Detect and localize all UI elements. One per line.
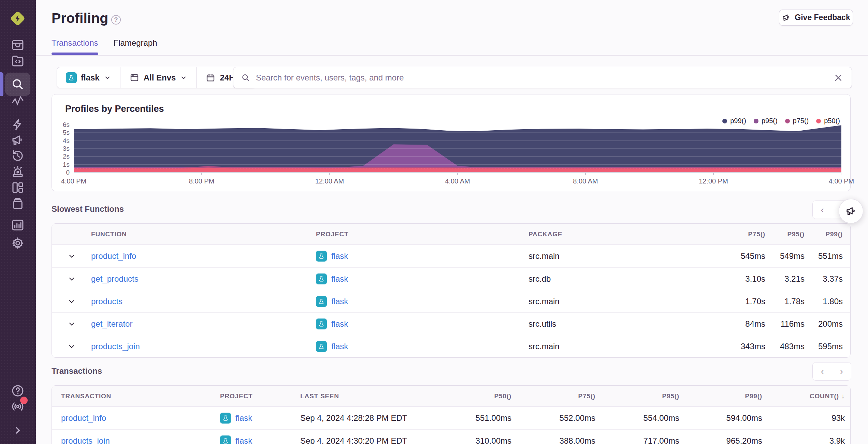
search-input[interactable] xyxy=(256,73,827,83)
column-header-p95[interactable]: P95() xyxy=(765,231,805,238)
project-link[interactable]: flask xyxy=(235,413,252,423)
clear-search-icon[interactable] xyxy=(833,72,844,84)
calendar-icon xyxy=(205,73,216,83)
transactions-pager: ‹ › xyxy=(812,362,851,381)
tab-flamegraph[interactable]: Flamegraph xyxy=(114,38,157,54)
project-link[interactable]: flask xyxy=(331,297,348,306)
column-header-transaction[interactable]: TRANSACTION xyxy=(52,393,220,400)
expand-row-chevron-icon[interactable] xyxy=(52,297,91,306)
p75-cell: 84ms xyxy=(700,319,765,329)
column-header-p99[interactable]: P99() xyxy=(805,231,843,238)
project-link[interactable]: flask xyxy=(331,319,348,329)
column-header-p75[interactable]: P75() xyxy=(700,231,765,238)
sentry-logo-icon[interactable] xyxy=(9,10,27,27)
legend-item-p75[interactable]: p75() xyxy=(785,117,809,125)
p99-cell: 551ms xyxy=(805,251,843,261)
sidebar-item-issues[interactable] xyxy=(10,37,26,53)
transactions-title: Transactions xyxy=(52,366,102,376)
column-header-project[interactable]: PROJECT xyxy=(316,231,529,238)
tab-transactions[interactable]: Transactions xyxy=(52,38,98,54)
project-filter-trigger[interactable]: flask xyxy=(57,67,120,88)
environment-filter-trigger[interactable]: All Envs xyxy=(120,67,197,88)
function-link[interactable]: product_info xyxy=(91,251,316,261)
x-axis-tick-label: 4:00 PM xyxy=(829,177,854,185)
give-feedback-button[interactable]: Give Feedback xyxy=(779,10,853,26)
column-header-package[interactable]: PACKAGE xyxy=(529,231,700,238)
p95-cell: 717.00ms xyxy=(595,436,679,444)
transaction-link[interactable]: products_join xyxy=(52,436,220,444)
project-link[interactable]: flask xyxy=(235,436,252,444)
p75-cell: 3.10s xyxy=(700,274,765,284)
y-axis-tick-label: 4s xyxy=(55,137,70,145)
project-cell: flask xyxy=(316,296,529,307)
sidebar-item-releases[interactable] xyxy=(10,196,26,211)
floating-feedback-button[interactable] xyxy=(839,199,863,223)
y-axis-tick-label: 6s xyxy=(55,121,70,129)
function-link[interactable]: products_join xyxy=(91,342,316,351)
expand-row-chevron-icon[interactable] xyxy=(52,342,91,351)
page-title: Profiling xyxy=(52,10,108,26)
tab-bar: Transactions Flamegraph xyxy=(52,38,157,54)
sidebar-item-settings[interactable] xyxy=(10,235,26,251)
sidebar-item-projects[interactable] xyxy=(10,53,26,69)
chevron-down-icon xyxy=(104,74,111,82)
project-link[interactable]: flask xyxy=(331,274,348,284)
count-cell: 3.9k xyxy=(762,436,845,444)
table-row: productsflasksrc.main1.70s1.78s1.80s xyxy=(52,290,850,312)
x-axis-tick-label: 8:00 PM xyxy=(189,177,214,185)
function-link[interactable]: products xyxy=(91,297,316,306)
last-seen-cell: Sep 4, 2024 4:28:28 PM EDT xyxy=(300,413,413,423)
column-header-p95[interactable]: P95() xyxy=(595,393,679,400)
sidebar-item-dashboards[interactable] xyxy=(10,180,26,195)
give-feedback-label: Give Feedback xyxy=(795,13,850,22)
sidebar-item-feedback[interactable] xyxy=(10,132,26,148)
function-link[interactable]: get_iterator xyxy=(91,319,316,329)
percentiles-area-chart xyxy=(74,125,841,176)
column-header-project[interactable]: PROJECT xyxy=(220,393,300,400)
expand-row-chevron-icon[interactable] xyxy=(52,252,91,261)
profiling-page: Profiling ? Give Feedback Transactions F… xyxy=(0,0,868,444)
legend-item-p50[interactable]: p50() xyxy=(816,117,840,125)
sidebar-item-performance[interactable] xyxy=(10,117,26,132)
legend-dot-icon xyxy=(754,119,758,123)
flask-project-icon xyxy=(316,273,327,284)
slowest-functions-table: FUNCTIONPROJECTPACKAGEP75()P95()P99() pr… xyxy=(52,223,851,358)
column-header-p99[interactable]: P99() xyxy=(679,393,762,400)
sidebar-item-stats[interactable] xyxy=(10,217,26,233)
transaction-link[interactable]: product_info xyxy=(52,413,220,423)
column-header-count[interactable]: COUNT() ↓ xyxy=(762,392,845,400)
expand-row-chevron-icon[interactable] xyxy=(52,275,91,283)
column-header-p50[interactable]: P50() xyxy=(413,393,511,400)
sidebar-item-alerts[interactable] xyxy=(10,164,26,179)
y-axis-tick-label: 3s xyxy=(55,145,70,152)
p99-cell: 1.80s xyxy=(805,297,843,306)
prev-page-button[interactable]: ‹ xyxy=(813,201,832,219)
legend-item-p99[interactable]: p99() xyxy=(722,117,746,125)
table-row: product_infoflasksrc.main545ms549ms551ms xyxy=(52,245,850,267)
sidebar-item-traces[interactable] xyxy=(10,93,26,108)
page-help-icon[interactable]: ? xyxy=(111,15,121,25)
project-cell: flask xyxy=(316,319,529,329)
sidebar-collapse-toggle[interactable] xyxy=(10,423,26,438)
flask-project-icon xyxy=(316,251,327,262)
project-link[interactable]: flask xyxy=(331,251,348,261)
column-header-lastseen[interactable]: LAST SEEN xyxy=(300,393,413,400)
sidebar-item-whats-new[interactable] xyxy=(10,399,26,414)
column-header-function[interactable]: FUNCTION xyxy=(91,231,316,238)
projects-folder-icon xyxy=(11,54,25,68)
legend-label: p99() xyxy=(730,117,746,125)
flask-project-icon xyxy=(316,296,327,307)
legend-item-p95[interactable]: p95() xyxy=(754,117,778,125)
p99-cell: 595ms xyxy=(805,342,843,351)
x-axis-tick-label: 4:00 PM xyxy=(61,177,86,185)
expand-row-chevron-icon[interactable] xyxy=(52,320,91,328)
function-link[interactable]: get_products xyxy=(91,274,316,284)
column-header-p75[interactable]: P75() xyxy=(511,393,595,400)
prev-page-button[interactable]: ‹ xyxy=(813,362,832,380)
sidebar-item-explore[interactable] xyxy=(10,76,26,92)
sidebar-item-replays[interactable] xyxy=(10,148,26,164)
next-page-button[interactable]: › xyxy=(832,362,851,380)
project-link[interactable]: flask xyxy=(331,342,348,351)
p75-cell: 1.70s xyxy=(700,297,765,306)
dashboards-grid-icon xyxy=(11,180,25,195)
